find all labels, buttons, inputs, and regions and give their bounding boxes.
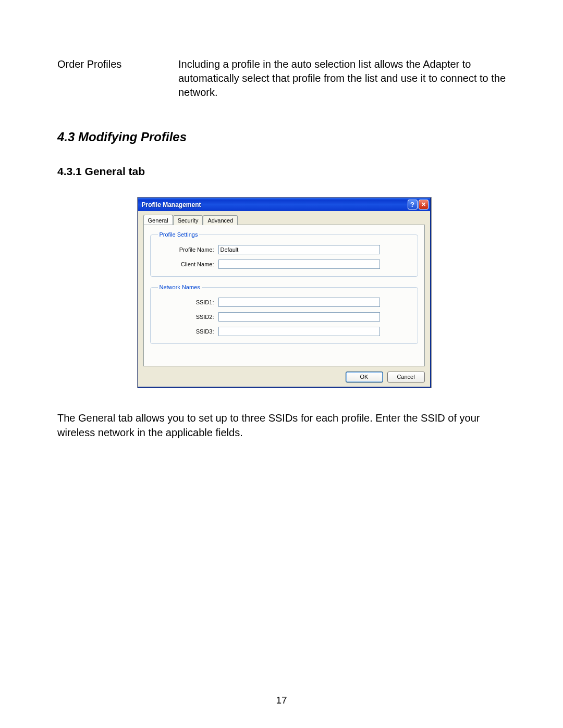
profile-management-dialog: Profile Management ? ✕ General Security … bbox=[138, 198, 431, 388]
order-profiles-row: Order Profiles Including a profile in th… bbox=[57, 57, 511, 100]
ssid1-label: SSID1: bbox=[158, 299, 218, 305]
dialog-titlebar: Profile Management ? ✕ bbox=[138, 198, 430, 211]
ok-button[interactable]: OK bbox=[346, 372, 383, 382]
section-heading: 4.3 Modifying Profiles bbox=[57, 130, 511, 144]
dialog-title: Profile Management bbox=[142, 201, 408, 208]
profile-name-label: Profile Name: bbox=[158, 246, 218, 253]
ssid1-input[interactable] bbox=[218, 298, 380, 307]
tab-advanced[interactable]: Advanced bbox=[203, 215, 238, 225]
help-icon: ? bbox=[410, 201, 414, 208]
general-tab-caption: The General tab allows you to set up to … bbox=[57, 411, 511, 440]
subsection-heading: 4.3.1 General tab bbox=[57, 165, 511, 178]
ssid3-input[interactable] bbox=[218, 327, 380, 336]
order-profiles-description: Including a profile in the auto selectio… bbox=[178, 57, 511, 100]
client-name-input[interactable] bbox=[218, 260, 380, 269]
profile-name-input[interactable] bbox=[218, 245, 380, 254]
network-names-group: Network Names SSID1: SSID2: SSID3: bbox=[150, 284, 418, 344]
client-name-label: Client Name: bbox=[158, 261, 218, 267]
profile-settings-group: Profile Settings Profile Name: Client Na… bbox=[150, 231, 418, 277]
cancel-button[interactable]: Cancel bbox=[387, 372, 425, 382]
dialog-button-row: OK Cancel bbox=[143, 366, 425, 382]
tab-security[interactable]: Security bbox=[173, 215, 203, 225]
tab-general[interactable]: General bbox=[143, 215, 173, 225]
profile-settings-legend: Profile Settings bbox=[158, 231, 200, 238]
close-icon: ✕ bbox=[421, 201, 426, 208]
order-profiles-label: Order Profiles bbox=[57, 57, 178, 100]
tab-panel-general: Profile Settings Profile Name: Client Na… bbox=[143, 225, 425, 366]
help-button[interactable]: ? bbox=[408, 200, 418, 209]
tab-strip: General Security Advanced bbox=[143, 215, 425, 225]
ssid3-label: SSID3: bbox=[158, 328, 218, 335]
ssid2-label: SSID2: bbox=[158, 314, 218, 320]
close-button[interactable]: ✕ bbox=[419, 200, 429, 209]
network-names-legend: Network Names bbox=[158, 284, 202, 290]
ssid2-input[interactable] bbox=[218, 312, 380, 322]
page-number: 17 bbox=[0, 695, 563, 706]
